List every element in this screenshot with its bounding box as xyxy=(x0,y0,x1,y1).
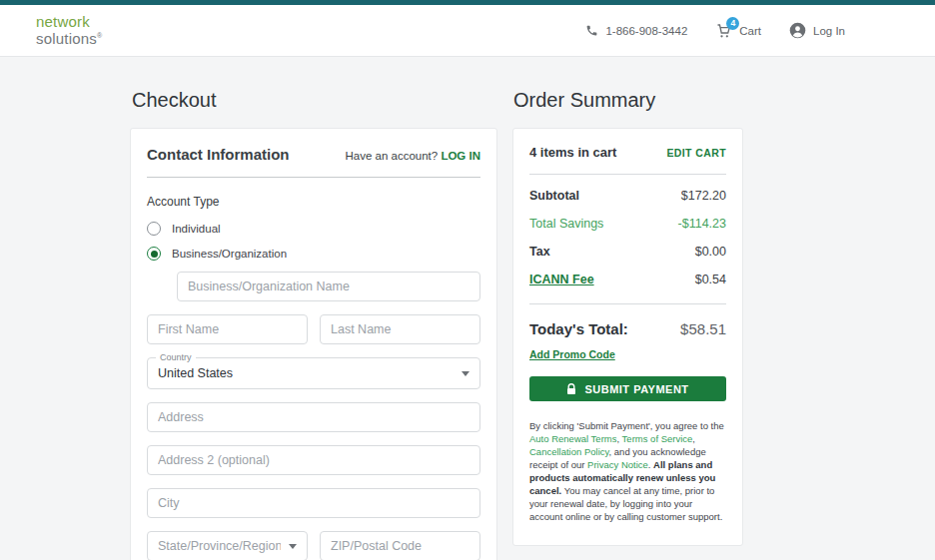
logo-line1: network xyxy=(36,15,102,29)
tax-row: Tax $0.00 xyxy=(529,245,726,259)
lock-icon xyxy=(566,383,576,395)
address-field[interactable] xyxy=(147,402,480,432)
subtotal-row: Subtotal $172.20 xyxy=(529,189,726,203)
logo-line2: solutions® xyxy=(36,29,102,46)
checkout-page: Checkout Contact Information Have an acc… xyxy=(0,57,935,560)
chevron-down-icon xyxy=(289,544,297,549)
country-value: United States xyxy=(158,366,454,380)
user-account-icon xyxy=(789,22,806,39)
total-savings-row: Total Savings -$114.23 xyxy=(529,217,726,231)
last-name-field[interactable] xyxy=(320,314,480,344)
site-header: network solutions® 1-866-908-3442 4 Cart… xyxy=(0,5,935,57)
add-promo-code-link[interactable]: Add Promo Code xyxy=(529,348,615,360)
radio-individual[interactable]: Individual xyxy=(147,222,480,236)
cart-label: Cart xyxy=(739,25,761,37)
order-summary-title: Order Summary xyxy=(513,89,743,112)
address2-field[interactable] xyxy=(147,445,480,475)
radio-business-organization[interactable]: Business/Organization xyxy=(147,247,480,261)
edit-cart-link[interactable]: EDIT CART xyxy=(666,147,726,159)
radio-selected-icon[interactable] xyxy=(147,247,161,261)
country-label: Country xyxy=(156,352,196,362)
cancellation-policy-link[interactable]: Cancellation Policy xyxy=(529,446,609,457)
section-divider xyxy=(147,177,480,178)
chevron-down-icon xyxy=(462,371,469,376)
phone-icon xyxy=(585,24,598,37)
zip-postal-code-field[interactable] xyxy=(320,531,480,560)
radio-unselected-icon[interactable] xyxy=(147,222,161,236)
trademark-symbol: ® xyxy=(97,32,102,39)
login-label: Log In xyxy=(813,25,845,37)
state-province-select[interactable]: State/Province/Region xyxy=(147,531,308,560)
log-in-link[interactable]: LOG IN xyxy=(441,150,480,162)
privacy-notice-link[interactable]: Privacy Notice xyxy=(587,459,648,470)
contact-information-heading: Contact Information xyxy=(147,146,290,163)
cart-count-badge: 4 xyxy=(726,17,739,30)
state-province-value: State/Province/Region xyxy=(158,539,281,553)
login-button[interactable]: Log In xyxy=(789,22,845,39)
divider xyxy=(529,303,726,304)
city-field[interactable] xyxy=(147,488,480,518)
icann-fee-row: ICANN Fee $0.54 xyxy=(529,273,726,286)
phone-number: 1-866-908-3442 xyxy=(605,25,687,37)
order-summary-card: 4 items in cart EDIT CART Subtotal $172.… xyxy=(512,128,743,546)
items-in-cart-label: 4 items in cart xyxy=(529,145,616,160)
auto-renewal-terms-link[interactable]: Auto Renewal Terms xyxy=(529,433,616,444)
network-solutions-logo[interactable]: network solutions® xyxy=(36,15,102,46)
cart-button[interactable]: 4 Cart xyxy=(715,23,761,39)
terms-of-service-link[interactable]: Terms of Service xyxy=(622,433,693,444)
contact-information-card: Contact Information Have an account? LOG… xyxy=(130,128,497,560)
todays-total-row: Today's Total: $58.51 xyxy=(529,320,726,337)
first-name-field[interactable] xyxy=(147,314,308,344)
checkout-title: Checkout xyxy=(132,89,497,112)
submit-payment-button[interactable]: SUBMIT PAYMENT xyxy=(529,376,726,401)
business-organization-name-field[interactable] xyxy=(177,272,480,301)
country-select[interactable]: Country United States xyxy=(147,357,480,389)
icann-fee-link[interactable]: ICANN Fee xyxy=(529,273,594,286)
divider xyxy=(529,174,726,175)
terms-disclaimer: By clicking 'Submit Payment', you agree … xyxy=(529,419,726,523)
phone-contact[interactable]: 1-866-908-3442 xyxy=(585,24,687,37)
have-account-prompt: Have an account? LOG IN xyxy=(345,150,480,162)
account-type-label: Account Type xyxy=(147,195,480,209)
